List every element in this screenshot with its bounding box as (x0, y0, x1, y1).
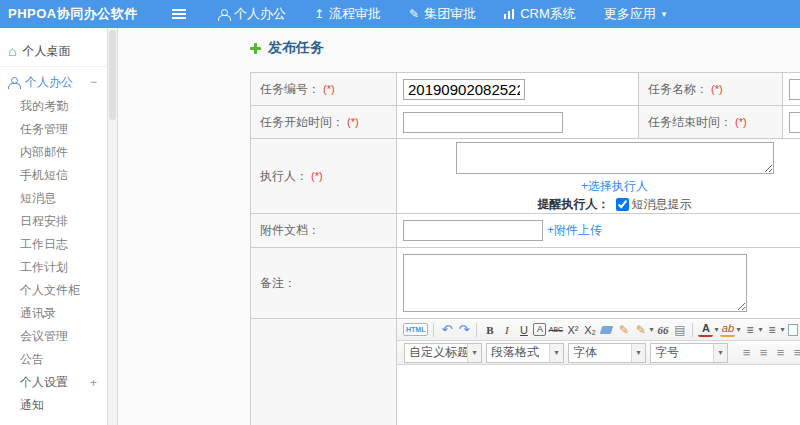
plus-icon (250, 43, 261, 54)
remove-format-icon[interactable] (600, 326, 614, 334)
sidebar-item-meeting-management[interactable]: 会议管理 (0, 325, 107, 348)
subscript-button[interactable]: X₂ (582, 322, 597, 338)
top-nav-menu: 个人办公 ↥ 流程审批 ✎ 集团审批 CRM系统 更多应用 ▾ (218, 5, 694, 23)
sidebar-divider (0, 66, 107, 67)
editor-content-area[interactable] (397, 365, 800, 425)
font-border-button[interactable]: A (533, 323, 546, 336)
custom-heading-combo[interactable]: 自定义标题 ▾ (404, 343, 482, 363)
align-justify-icon[interactable]: ≡ (790, 345, 800, 361)
remark-label-cell: 备注： (251, 248, 397, 318)
toolbar-separator (692, 323, 693, 337)
sidebar-item-work-log[interactable]: 工作日志 (0, 233, 107, 256)
blockquote-button[interactable]: 66 (655, 322, 670, 338)
paste-icon[interactable]: ▤ (672, 322, 687, 338)
chevron-down-icon: ▾ (467, 344, 481, 362)
sidebar-group-personal-settings[interactable]: 个人设置 + (0, 371, 107, 394)
sidebar-item-internal-mail[interactable]: 内部邮件 (0, 141, 107, 164)
executor-label-cell: 执行人：(*) (251, 139, 397, 213)
sidebar-item-desktop[interactable]: ⌂ 个人桌面 (0, 38, 107, 64)
font-size-combo[interactable]: 字号 ▾ (650, 343, 728, 363)
required-mark: (*) (735, 116, 747, 128)
home-icon: ⌂ (8, 44, 16, 58)
unordered-list-icon[interactable]: ≡ (765, 322, 780, 338)
sidebar-item-task-management[interactable]: 任务管理 (0, 118, 107, 141)
align-center-icon[interactable]: ≡ (756, 345, 771, 361)
chevron-down-icon[interactable]: ▾ (649, 325, 653, 334)
sidebar-item-mobile-sms[interactable]: 手机短信 (0, 164, 107, 187)
italic-button[interactable]: I (499, 322, 514, 338)
auto-typeset-icon[interactable]: ✎ (633, 322, 648, 338)
sidebar-scrollbar[interactable] (108, 28, 118, 425)
task-name-label-cell: 任务名称：(*) (639, 73, 783, 105)
remark-textarea[interactable] (403, 254, 747, 312)
task-name-input[interactable] (789, 79, 800, 100)
attachment-upload-link[interactable]: +附件上传 (547, 222, 602, 239)
nav-item-workflow-approval[interactable]: ↥ 流程审批 (314, 5, 381, 23)
page-title: 发布任务 (250, 39, 324, 57)
top-navigation-bar: PHPOA协同办公软件 个人办公 ↥ 流程审批 ✎ 集团审批 CRM系统 更多应… (0, 0, 800, 28)
content-label-cell (251, 319, 397, 425)
start-time-label-cell: 任务开始时间：(*) (251, 106, 397, 138)
paragraph-format-combo[interactable]: 段落格式 ▾ (486, 343, 564, 363)
chevron-down-icon[interactable]: ▾ (781, 325, 785, 334)
font-color-button[interactable]: A (698, 322, 713, 337)
strikethrough-button[interactable]: ABC (548, 322, 563, 338)
sidebar-item-notification[interactable]: 通知 (0, 394, 107, 417)
scrollbar-thumb[interactable] (109, 30, 116, 120)
highlight-color-button[interactable]: ab (720, 322, 735, 337)
sidebar-item-announcement[interactable]: 公告 (0, 348, 107, 371)
hamburger-menu-icon[interactable] (172, 9, 186, 19)
sidebar-item-attendance[interactable]: 我的考勤 (0, 95, 107, 118)
editor-toolbar-row2: 自定义标题 ▾ 段落格式 ▾ 字体 ▾ 字号 ▾ (397, 341, 800, 365)
chevron-down-icon: ▾ (662, 9, 667, 19)
executor-textarea[interactable] (456, 142, 774, 174)
edit-icon: ✎ (409, 8, 419, 20)
sidebar-group-personal-office[interactable]: 个人办公 − (0, 69, 107, 95)
chevron-down-icon[interactable]: ▾ (714, 325, 718, 334)
app-logo-title: PHPOA协同办公软件 (0, 5, 158, 23)
chevron-down-icon: ▾ (631, 344, 645, 362)
sidebar-item-contacts[interactable]: 通讯录 (0, 302, 107, 325)
select-executor-link[interactable]: +选择执行人 (581, 179, 648, 193)
collapse-icon[interactable]: − (90, 75, 97, 89)
format-painter-icon[interactable]: ✎ (616, 322, 631, 338)
sms-remind-checkbox[interactable] (616, 198, 629, 211)
sidebar-item-work-plan[interactable]: 工作计划 (0, 256, 107, 279)
attachment-label-cell: 附件文档： (251, 214, 397, 247)
sidebar-item-schedule[interactable]: 日程安排 (0, 210, 107, 233)
expand-icon[interactable]: + (90, 376, 97, 390)
sidebar-item-short-message[interactable]: 短消息 (0, 187, 107, 210)
redo-icon[interactable]: ↷ (456, 322, 471, 338)
required-mark: (*) (311, 170, 323, 182)
nav-item-more-apps[interactable]: 更多应用 ▾ (604, 5, 667, 23)
end-time-input[interactable] (789, 112, 800, 133)
underline-button[interactable]: U (516, 322, 531, 338)
required-mark: (*) (347, 116, 359, 128)
attachment-input[interactable] (403, 220, 543, 241)
end-time-label-cell: 任务结束时间：(*) (639, 106, 783, 138)
document-icon[interactable] (788, 324, 798, 336)
superscript-button[interactable]: X² (565, 322, 580, 338)
bar-chart-icon (504, 9, 515, 19)
chevron-down-icon[interactable]: ▾ (759, 325, 763, 334)
undo-icon[interactable]: ↶ (439, 322, 454, 338)
align-left-icon[interactable]: ≡ (739, 345, 754, 361)
editor-toolbar-row1: HTML ↶ ↷ B I U A ABC X² X₂ ✎ ✎▾ 66 ▤ (397, 319, 800, 341)
nav-item-personal-office[interactable]: 个人办公 (218, 5, 286, 23)
start-time-input[interactable] (403, 112, 563, 133)
ordered-list-icon[interactable]: ≡ (743, 322, 758, 338)
nav-item-crm-system[interactable]: CRM系统 (504, 5, 576, 23)
left-sidebar: ⌂ 个人桌面 个人办公 − 我的考勤 任务管理 内部邮件 手机短信 短消息 日程… (0, 28, 108, 425)
chevron-down-icon[interactable]: ▾ (736, 325, 740, 334)
align-right-icon[interactable]: ≡ (773, 345, 788, 361)
font-family-combo[interactable]: 字体 ▾ (568, 343, 646, 363)
nav-item-group-approval[interactable]: ✎ 集团审批 (409, 5, 476, 23)
task-no-label-cell: 任务编号：(*) (251, 73, 397, 105)
task-no-input[interactable] (403, 79, 525, 100)
sidebar-item-personal-files[interactable]: 个人文件柜 (0, 279, 107, 302)
toolbar-separator (433, 323, 434, 337)
chevron-down-icon: ▾ (713, 344, 727, 362)
html-source-button[interactable]: HTML (403, 323, 428, 336)
bold-button[interactable]: B (482, 322, 497, 338)
required-mark: (*) (711, 83, 723, 95)
